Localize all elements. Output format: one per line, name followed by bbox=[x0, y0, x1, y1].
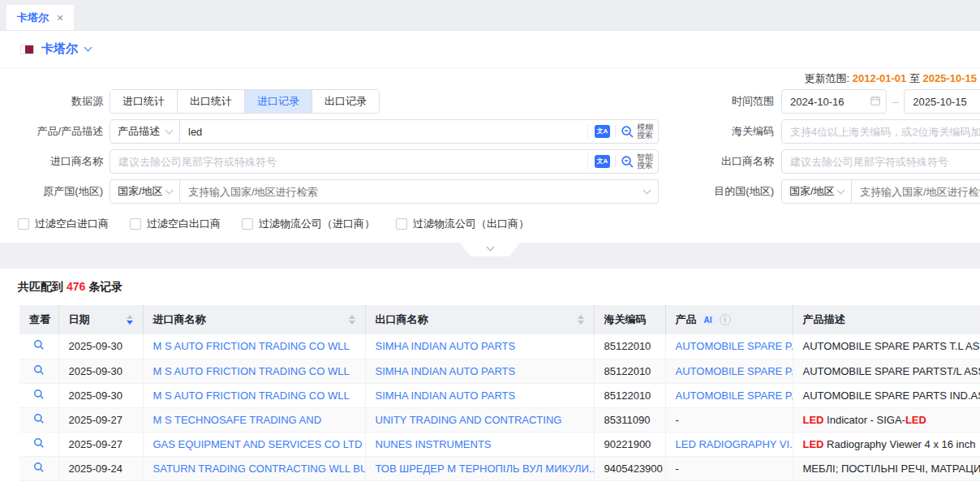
smart-search-toggle[interactable]: 智能搜索 bbox=[621, 153, 653, 170]
view-record-button[interactable] bbox=[33, 437, 45, 451]
table-row: 2025-09-30M S AUTO FRICTION TRADING CO W… bbox=[19, 359, 980, 383]
importer-link[interactable]: M S TECHNOSAFE TRADING AND bbox=[153, 414, 322, 426]
chevron-down-icon[interactable] bbox=[643, 186, 651, 194]
cell-product-desc: LED Indicator - SIGA-LED bbox=[793, 407, 980, 432]
origin-country-input[interactable] bbox=[180, 186, 644, 198]
importer-link[interactable]: M S AUTO FRICTION TRADING CO WLL bbox=[153, 389, 350, 402]
tab-qatar[interactable]: 卡塔尔 × bbox=[6, 5, 74, 30]
data-source-segmented: 进口统计 出口统计 进口记录 出口记录 bbox=[110, 89, 380, 114]
importer-link[interactable]: M S AUTO FRICTION TRADING CO WLL bbox=[153, 365, 350, 377]
results-summary: 共匹配到476条记录 bbox=[0, 280, 980, 295]
dest-country-type-select[interactable]: 国家/地区 bbox=[781, 179, 852, 204]
product-link[interactable]: AUTOMOBILE SPARE P... bbox=[676, 340, 793, 352]
collapse-filters-handle[interactable] bbox=[460, 243, 520, 256]
update-range-to: 至 bbox=[909, 72, 920, 84]
dest-country-label: 目的国(地区) bbox=[710, 184, 781, 199]
chevron-down-icon bbox=[165, 126, 174, 134]
product-link[interactable]: AUTOMOBILE SPARE P... bbox=[676, 389, 793, 402]
fuzzy-search-toggle[interactable]: 模糊搜索 bbox=[621, 123, 653, 140]
hs-code-label: 海关编码 bbox=[710, 124, 781, 139]
checkbox-filter-blank-exporter[interactable]: 过滤空白出口商 bbox=[130, 217, 221, 231]
divider bbox=[615, 156, 616, 167]
exporter-link[interactable]: SIMHA INDIAN AUTO PARTS bbox=[376, 340, 516, 352]
exporter-link[interactable]: NUNES INSTRUMENTS bbox=[376, 438, 492, 450]
sort-icons-importer[interactable] bbox=[342, 315, 355, 325]
col-view: 查看 bbox=[19, 305, 58, 334]
data-source-import-stats[interactable]: 进口统计 bbox=[110, 90, 177, 113]
translate-icon[interactable]: 文A bbox=[595, 155, 610, 168]
chevron-down-icon bbox=[837, 186, 845, 194]
info-icon[interactable]: i bbox=[720, 314, 731, 325]
checkbox-filter-blank-importer[interactable]: 过滤空白进口商 bbox=[18, 217, 109, 231]
data-source-label: 数据源 bbox=[0, 94, 110, 109]
hs-code-input[interactable] bbox=[781, 119, 980, 144]
product-link[interactable]: AUTOMOBILE SPARE P... bbox=[676, 365, 793, 377]
translate-icon[interactable]: 文A bbox=[595, 125, 610, 138]
cell-product-desc: AUTOMOBILE SPARE PARTS T.L ASSY ... bbox=[793, 334, 980, 359]
exporter-name-input[interactable] bbox=[781, 149, 980, 174]
cell-hs-code: 85122010 bbox=[594, 383, 665, 407]
tab-close-icon[interactable]: × bbox=[57, 11, 63, 24]
cell-hs-code: 85122010 bbox=[594, 359, 665, 383]
view-record-button[interactable] bbox=[33, 339, 45, 353]
col-product: 产品 AI i bbox=[665, 305, 793, 334]
checkbox-icon bbox=[396, 218, 407, 230]
cell-date: 2025-09-27 bbox=[58, 407, 143, 432]
importer-name-input[interactable] bbox=[110, 151, 587, 172]
table-row: 2025-09-30M S AUTO FRICTION TRADING CO W… bbox=[19, 383, 980, 407]
filter-checkbox-row: 过滤空白进口商 过滤空白出口商 过滤物流公司（进口商） 过滤物流公司（出口商） bbox=[0, 217, 980, 231]
col-exporter[interactable]: 出口商名称 bbox=[365, 305, 594, 334]
data-source-export-stats[interactable]: 出口统计 bbox=[177, 90, 244, 113]
chevron-down-icon bbox=[165, 186, 174, 194]
sort-icons-exporter[interactable] bbox=[571, 315, 584, 325]
checkbox-filter-logistics-importer[interactable]: 过滤物流公司（进口商） bbox=[242, 217, 375, 231]
view-record-button[interactable] bbox=[33, 413, 45, 427]
data-source-export-records[interactable]: 出口记录 bbox=[312, 90, 379, 113]
importer-link[interactable]: M S AUTO FRICTION TRADING CO WLL bbox=[153, 340, 350, 352]
checkbox-label: 过滤空白进口商 bbox=[35, 217, 109, 231]
data-source-import-records[interactable]: 进口记录 bbox=[244, 90, 312, 113]
date-end-input[interactable] bbox=[904, 89, 980, 114]
cell-hs-code: 85122010 bbox=[594, 334, 665, 359]
cell-product-desc: AUTOMOBILE SPARE PARTST/L ASSY ... bbox=[793, 359, 980, 383]
view-record-button[interactable] bbox=[33, 389, 45, 402]
col-date[interactable]: 日期 bbox=[58, 305, 143, 334]
date-start-wrap bbox=[781, 89, 887, 114]
col-hs-code: 海关编码 bbox=[594, 305, 665, 334]
results-panel: 共匹配到476条记录 查看 日期 进口商名称 出口商名称 海关编码 产品 AI … bbox=[0, 269, 980, 481]
exporter-link[interactable]: UNITY TRADING AND CONTRACTING bbox=[376, 414, 562, 426]
collapse-band bbox=[0, 243, 980, 269]
importer-label: 进口商名称 bbox=[0, 154, 110, 169]
cell-product-desc: LED Radiography Viewer 4 x 16 inch bbox=[793, 432, 980, 456]
product-link[interactable]: LED RADIOGRAPHY VI... bbox=[676, 438, 793, 450]
cell-product-desc: МЕБЛІ; ПОСТІЛЬНІ РЕЧІ, МАТРАЦИ,... bbox=[793, 456, 980, 480]
update-range-label: 更新范围: bbox=[805, 72, 850, 84]
col-importer[interactable]: 进口商名称 bbox=[143, 305, 365, 334]
checkbox-label: 过滤空白出口商 bbox=[147, 217, 221, 231]
cell-date: 2025-09-30 bbox=[58, 334, 143, 359]
view-record-button[interactable] bbox=[33, 364, 45, 378]
cell-product-empty: - bbox=[665, 407, 793, 432]
origin-country-label: 原产国(地区) bbox=[0, 184, 110, 199]
product-label: 产品/产品描述 bbox=[0, 124, 110, 139]
summary-suffix: 条记录 bbox=[88, 280, 122, 293]
view-record-button[interactable] bbox=[33, 462, 45, 476]
checkbox-label: 过滤物流公司（进口商） bbox=[259, 217, 375, 231]
origin-country-type-select[interactable]: 国家/地区 bbox=[110, 179, 180, 204]
cell-product-empty: - bbox=[665, 456, 793, 480]
checkbox-filter-logistics-exporter[interactable]: 过滤物流公司（出口商） bbox=[396, 217, 529, 231]
importer-link[interactable]: GAS EQUIPMENT AND SERVICES CO LTD bbox=[153, 438, 363, 450]
importer-link[interactable]: SATURN TRADING CONTRACTING WLL BUI... bbox=[153, 463, 366, 475]
cell-product-desc: AUTOMOBILE SPARE PARTS IND.ASS... bbox=[793, 383, 980, 407]
chevron-down-icon[interactable] bbox=[84, 44, 92, 52]
product-search-input[interactable] bbox=[180, 121, 587, 142]
exporter-link[interactable]: ТОВ ШРЕДЕР М ТЕРНОПІЛЬ ВУЛ МИКУЛИ... bbox=[376, 463, 595, 475]
exporter-link[interactable]: SIMHA INDIAN AUTO PARTS bbox=[376, 389, 516, 402]
exporter-link[interactable]: SIMHA INDIAN AUTO PARTS bbox=[376, 365, 516, 377]
sort-icons-date[interactable] bbox=[120, 315, 133, 325]
dest-country-input[interactable] bbox=[852, 186, 980, 198]
qatar-flag-icon bbox=[20, 45, 34, 54]
product-type-select[interactable]: 产品描述 bbox=[110, 119, 180, 144]
records-table: 查看 日期 进口商名称 出口商名称 海关编码 产品 AI i 产品描述 2025… bbox=[19, 305, 980, 481]
checkbox-icon bbox=[18, 218, 29, 230]
